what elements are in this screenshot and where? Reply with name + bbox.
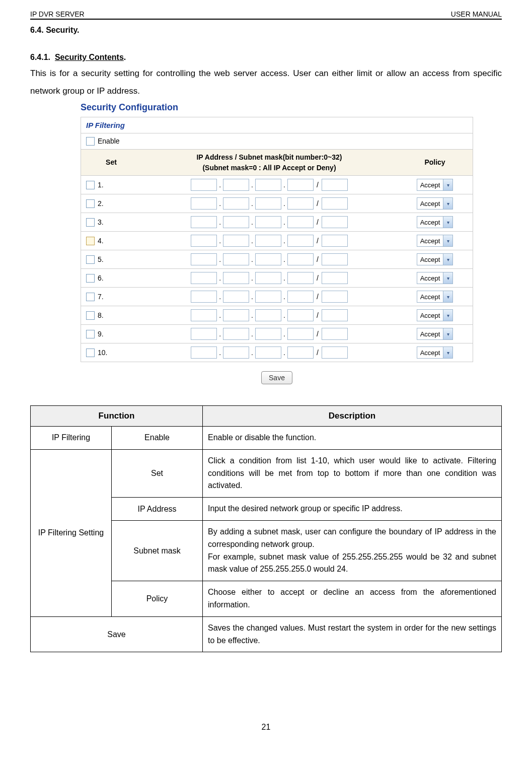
ip-octet-input[interactable] <box>223 197 249 210</box>
ip-octet-input[interactable] <box>255 216 281 228</box>
dot-separator: . <box>251 199 254 207</box>
subnet-bits-input[interactable] <box>322 179 348 191</box>
policy-select[interactable]: Accept▾ <box>417 253 453 265</box>
ip-octet-input[interactable] <box>223 179 249 191</box>
ip-octet-input[interactable] <box>191 309 217 321</box>
ip-octet-input[interactable] <box>287 253 314 265</box>
ip-octet-input[interactable] <box>255 291 281 303</box>
ip-octet-input[interactable] <box>255 235 281 247</box>
chevron-down-icon: ▾ <box>443 272 452 284</box>
save-button[interactable]: Save <box>261 371 292 384</box>
dot-separator: . <box>218 311 221 319</box>
slash-separator: / <box>315 274 320 282</box>
policy-select[interactable]: Accept▾ <box>417 216 453 228</box>
ip-octet-input[interactable] <box>287 197 314 210</box>
policy-select[interactable]: Accept▾ <box>417 291 453 303</box>
row-number: 1. <box>98 181 104 189</box>
policy-select[interactable]: Accept▾ <box>417 309 453 321</box>
dot-separator: . <box>283 330 286 338</box>
row-checkbox[interactable] <box>86 181 95 189</box>
ip-octet-input[interactable] <box>191 328 217 340</box>
subnet-bits-input[interactable] <box>322 328 348 340</box>
dot-separator: . <box>218 349 221 357</box>
ip-octet-input[interactable] <box>223 309 249 321</box>
ip-octet-input[interactable] <box>223 272 249 284</box>
ip-octet-input[interactable] <box>191 291 217 303</box>
subnet-bits-input[interactable] <box>322 216 348 228</box>
config-title: Security Configuration <box>81 102 473 113</box>
ip-octet-input[interactable] <box>255 309 281 321</box>
ip-octet-input[interactable] <box>287 272 314 284</box>
cell-desc-set: Click a condition from list 1-10, which … <box>203 449 502 497</box>
ip-octet-input[interactable] <box>223 216 249 228</box>
cell-desc-enable: Enable or disable the function. <box>203 427 502 450</box>
row-number: 9. <box>98 330 104 338</box>
dot-separator: . <box>251 218 254 226</box>
ip-octet-input[interactable] <box>255 253 281 265</box>
row-checkbox[interactable] <box>86 237 95 245</box>
subnet-bits-input[interactable] <box>322 235 348 247</box>
row-checkbox[interactable] <box>86 349 95 357</box>
ip-octet-input[interactable] <box>223 328 249 340</box>
ip-octet-input[interactable] <box>287 235 314 247</box>
subnet-bits-input[interactable] <box>322 253 348 265</box>
page-number: 21 <box>30 723 502 732</box>
ip-octet-input[interactable] <box>191 253 217 265</box>
ip-octet-input[interactable] <box>191 235 217 247</box>
dot-separator: . <box>283 237 286 245</box>
row-checkbox[interactable] <box>86 199 95 208</box>
ip-octet-input[interactable] <box>191 347 217 359</box>
row-checkbox[interactable] <box>86 274 95 283</box>
slash-separator: / <box>315 311 320 319</box>
ip-octet-input[interactable] <box>255 347 281 359</box>
policy-select[interactable]: Accept▾ <box>417 179 453 191</box>
filter-row: 2..../Accept▾ <box>81 194 473 213</box>
policy-select[interactable]: Accept▾ <box>417 272 453 284</box>
row-checkbox[interactable] <box>86 330 95 338</box>
dot-separator: . <box>283 181 286 189</box>
enable-checkbox[interactable] <box>86 137 95 146</box>
policy-select[interactable]: Accept▾ <box>417 347 453 359</box>
ip-octet-input[interactable] <box>191 179 217 191</box>
col-policy-label: Policy <box>424 158 445 166</box>
ip-octet-input[interactable] <box>223 291 249 303</box>
subnet-bits-input[interactable] <box>322 309 348 321</box>
ip-octet-input[interactable] <box>191 197 217 210</box>
subnet-bits-input[interactable] <box>322 291 348 303</box>
ip-octet-input[interactable] <box>287 216 314 228</box>
policy-select[interactable]: Accept▾ <box>417 328 453 340</box>
ip-octet-input[interactable] <box>255 328 281 340</box>
ip-octet-input[interactable] <box>255 272 281 284</box>
ip-octet-input[interactable] <box>223 253 249 265</box>
cell-desc-policy: Choose either to accept or decline an ac… <box>203 581 502 617</box>
ip-octet-input[interactable] <box>255 197 281 210</box>
col-set-label: Set <box>106 158 117 166</box>
policy-select[interactable]: Accept▾ <box>417 235 453 247</box>
ip-octet-input[interactable] <box>223 235 249 247</box>
ip-octet-input[interactable] <box>287 347 314 359</box>
ip-octet-input[interactable] <box>287 179 314 191</box>
ip-octet-input[interactable] <box>191 272 217 284</box>
filter-row: 4..../Accept▾ <box>81 232 473 250</box>
dot-separator: . <box>218 330 221 338</box>
subnet-bits-input[interactable] <box>322 347 348 359</box>
policy-select[interactable]: Accept▾ <box>417 197 453 210</box>
ip-octet-input[interactable] <box>287 291 314 303</box>
slash-separator: / <box>315 255 320 263</box>
slash-separator: / <box>315 218 320 226</box>
row-checkbox[interactable] <box>86 293 95 301</box>
ip-octet-input[interactable] <box>287 328 314 340</box>
subnet-bits-input[interactable] <box>322 197 348 210</box>
cell-sub-ipaddress: IP Address <box>112 498 203 521</box>
ip-octet-input[interactable] <box>287 309 314 321</box>
row-checkbox[interactable] <box>86 311 95 320</box>
ip-octet-input[interactable] <box>223 347 249 359</box>
subnet-bits-input[interactable] <box>322 272 348 284</box>
row-checkbox[interactable] <box>86 255 95 264</box>
ip-octet-input[interactable] <box>255 179 281 191</box>
ip-octet-input[interactable] <box>191 216 217 228</box>
row-checkbox[interactable] <box>86 218 95 227</box>
policy-value: Accept <box>417 274 443 282</box>
dot-separator: . <box>283 218 286 226</box>
header-right: USER MANUAL <box>451 10 502 18</box>
